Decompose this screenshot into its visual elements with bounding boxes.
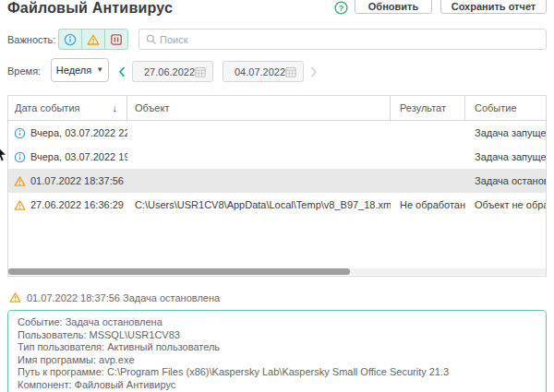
- table-row[interactable]: Вчера, 03.07.2022 19:56:12 Задача запуще…: [8, 145, 546, 169]
- page-title: Файловый Антивирус: [7, 0, 173, 17]
- warning-icon: [14, 175, 26, 187]
- search-box: [138, 29, 547, 50]
- detail-line: Имя программы: avp.exe: [18, 354, 536, 367]
- table-header: Дата события ↓ Объект Результат Событие: [8, 96, 546, 121]
- detail-line: Событие: Задача остановлена: [18, 316, 536, 329]
- date-from-field[interactable]: 27.06.2022: [132, 61, 213, 82]
- info-icon: [64, 33, 77, 46]
- detail-line: Компонент: Файловый Антивирус: [18, 379, 536, 392]
- svg-text:?: ?: [339, 4, 344, 13]
- event-name: Задача остановлена: [465, 175, 547, 186]
- event-date: Вчера, 03.07.2022 19:56:12: [30, 151, 127, 162]
- event-date: 01.07.2022 18:37:56: [30, 175, 124, 186]
- search-input[interactable]: [160, 30, 543, 49]
- table-row[interactable]: 27.06.2022 16:36:29 C:\Users\USR1CV8\App…: [8, 193, 546, 217]
- prev-period-button[interactable]: [118, 65, 126, 81]
- calendar-icon: [195, 66, 206, 77]
- sort-desc-icon[interactable]: ↓: [113, 102, 118, 113]
- horizontal-scrollbar[interactable]: [8, 268, 546, 275]
- event-name: Задача запущена: [465, 151, 547, 162]
- calendar-icon: [285, 66, 296, 77]
- scrollbar-thumb[interactable]: [8, 268, 350, 275]
- warning-icon: [14, 199, 26, 211]
- help-icon[interactable]: ?: [334, 1, 348, 15]
- date-to-field[interactable]: 04.07.2022: [223, 61, 304, 82]
- event-result: Не обработано: [391, 199, 465, 210]
- column-header-date[interactable]: Дата события ↓: [8, 96, 127, 120]
- column-header-event[interactable]: Событие: [465, 96, 547, 120]
- critical-icon: [110, 33, 123, 46]
- events-table: Дата события ↓ Объект Результат Событие …: [7, 95, 547, 277]
- warning-icon: [87, 33, 100, 46]
- detail-header-text: 01.07.2022 18:37:56 Задача остановлена: [27, 292, 220, 303]
- detail-header: 01.07.2022 18:37:56 Задача остановлена: [9, 291, 220, 303]
- chevron-down-icon: ▼: [96, 66, 103, 74]
- event-object: C:\Users\USR1CV8\AppData\Local\Temp\v8_B…: [127, 199, 391, 210]
- date-from-value: 27.06.2022: [144, 66, 195, 77]
- save-report-button[interactable]: Сохранить отчет: [440, 0, 547, 14]
- event-name: Задача запущена: [465, 127, 547, 138]
- table-row-selected[interactable]: 01.07.2022 18:37:56 Задача остановлена: [8, 169, 546, 193]
- event-date: 27.06.2022 16:36:29: [30, 199, 124, 210]
- info-icon: [14, 151, 26, 163]
- importance-label: Важность:: [7, 34, 55, 45]
- column-header-object[interactable]: Объект: [127, 96, 391, 120]
- column-header-result[interactable]: Результат: [391, 96, 465, 120]
- report-window: Файловый Антивирус ? Обновить Сохранить …: [0, 0, 554, 392]
- mouse-cursor: [0, 145, 7, 167]
- event-date: Вчера, 03.07.2022 22:57:36: [30, 127, 127, 138]
- next-period-button[interactable]: [310, 65, 318, 81]
- table-row[interactable]: Вчера, 03.07.2022 22:57:36 Задача запуще…: [8, 121, 546, 145]
- severity-filter-group: [58, 29, 128, 50]
- filter-info-button[interactable]: [59, 30, 82, 49]
- date-to-value: 04.07.2022: [235, 66, 285, 77]
- detail-line: Пользователь: MSSQL\USR1CV83: [18, 329, 536, 342]
- search-icon: [146, 34, 157, 45]
- event-name: Объект не обработан: [465, 199, 547, 210]
- period-value: Неделя: [56, 65, 91, 76]
- period-dropdown[interactable]: Неделя ▼: [51, 58, 109, 82]
- detail-line: Тип пользователя: Активный пользователь: [18, 341, 536, 354]
- filter-warning-button[interactable]: [82, 30, 105, 49]
- detail-line: Путь к программе: C:\Program Files (x86)…: [18, 366, 536, 379]
- filter-critical-button[interactable]: [105, 30, 127, 49]
- detail-panel: Событие: Задача остановлена Пользователь…: [7, 310, 547, 392]
- info-icon: [14, 127, 26, 139]
- refresh-button[interactable]: Обновить: [355, 0, 432, 14]
- time-label: Время:: [7, 65, 41, 77]
- warning-icon: [9, 291, 21, 303]
